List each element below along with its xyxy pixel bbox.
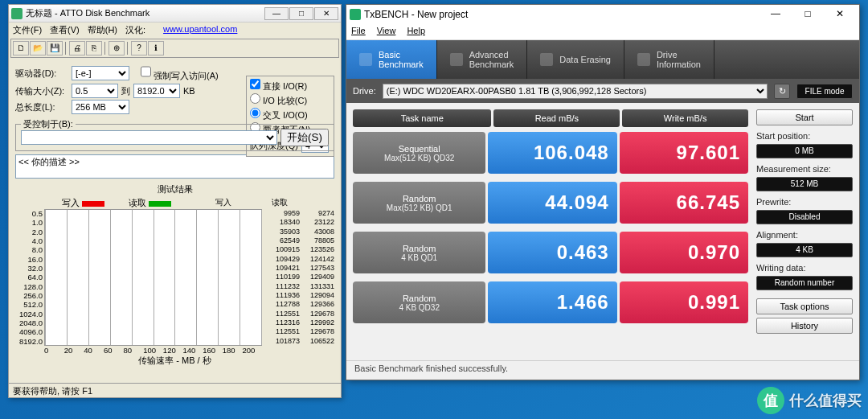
task-options-button[interactable]: Task options (756, 298, 853, 314)
xfer-size-label: 传输大小(Z): (15, 85, 68, 97)
task-name: RandomMax(512 KB) QD1 (353, 182, 485, 224)
col-read: Read mB/s (493, 109, 620, 127)
result-row: Random4 KB QD321.4660.991 (353, 281, 748, 323)
tb-help-icon[interactable]: ? (131, 41, 147, 55)
erase-icon (540, 53, 553, 66)
force-write-checkbox[interactable] (141, 64, 151, 79)
watermark-text: 什么值得买 (789, 391, 862, 410)
drive-label: Drive: (353, 86, 376, 96)
tab-drive-information[interactable]: Drive Information (624, 40, 714, 79)
tx-statusbar: Basic Benchmark finished successfully. (346, 360, 859, 378)
txbench-window: TxBENCH - New project — □ ✕ File View He… (346, 4, 860, 380)
tb-new-icon[interactable]: 🗋 (13, 41, 29, 55)
prewrite-label: Prewrite: (756, 197, 853, 207)
read-value: 44.094 (488, 182, 616, 224)
controlled-label: 受控制于(B): (21, 118, 76, 130)
tx-min-button[interactable]: — (760, 6, 792, 23)
tx-close-button[interactable]: ✕ (824, 6, 856, 23)
start-button[interactable]: Start (756, 109, 853, 125)
task-name: Random4 KB QD1 (353, 232, 485, 273)
tb-start-icon[interactable]: ⊕ (108, 41, 125, 55)
drive-select[interactable]: [-e-] (72, 66, 129, 80)
write-value: 66.745 (620, 182, 748, 224)
menu-file[interactable]: 文件(F) (13, 24, 42, 35)
atto-toolbar: 🗋 📂 💾 🖨 ⎘ ⊕ ? ℹ (10, 39, 339, 58)
tx-side-panel: Start Start position: 0 MB Measurement s… (756, 109, 853, 354)
atto-titlebar[interactable]: 无标题 - ATTO Disk Benchmark — □ ✕ (9, 5, 341, 23)
results-title: 测试结果 (15, 183, 334, 195)
xaxis-label: 传输速率 - MB / 秒 (15, 355, 334, 367)
hanhua-link[interactable]: www.upantool.com (163, 24, 237, 35)
task-name: SequentialMax(512 KB) QD32 (353, 132, 485, 174)
align-value[interactable]: 4 KB (756, 243, 853, 257)
legend-read: 读取 (129, 197, 171, 209)
meas-value[interactable]: 512 MB (756, 177, 853, 191)
overlap-io-radio[interactable] (250, 108, 260, 118)
tx-menu-help[interactable]: Help (407, 26, 425, 38)
disk-icon (637, 53, 650, 66)
gauge-icon (359, 53, 372, 66)
col-task: Task name (353, 109, 491, 127)
tx-menu-file[interactable]: File (351, 26, 366, 38)
watermark-badge: 值 (757, 387, 784, 414)
drive-select[interactable]: (E:) WDC WD20EARX-00PASB0 1.81 TB (3,906… (383, 84, 768, 99)
write-value: 97.601 (620, 132, 748, 174)
result-row: SequentialMax(512 KB) QD32106.04897.601 (353, 132, 748, 174)
tb-print-icon[interactable]: 🖨 (69, 41, 85, 55)
maximize-button[interactable]: □ (289, 7, 313, 20)
hanhua-label: 汉化: (125, 24, 145, 35)
start-button[interactable]: 开始(S) (280, 129, 329, 146)
task-name: Random4 KB QD32 (353, 281, 485, 323)
read-value: 0.463 (488, 232, 616, 273)
chart-icon (450, 53, 463, 66)
io-compare-radio[interactable] (250, 93, 260, 104)
file-mode-button[interactable]: FILE mode (796, 84, 853, 99)
controlled-select[interactable] (21, 130, 277, 145)
read-value: 1.466 (488, 281, 616, 323)
tx-results-table: Task name Read mB/s Write mB/s Sequentia… (353, 109, 748, 354)
tb-save-icon[interactable]: 💾 (47, 41, 63, 55)
tx-menubar: File View Help (346, 24, 859, 40)
atto-app-icon (11, 8, 23, 19)
atto-menubar: 文件(F) 查看(V) 帮助(H) 汉化: www.upantool.com (9, 23, 341, 37)
atto-title-text: 无标题 - ATTO Disk Benchmark (26, 7, 264, 19)
drive-label: 驱动器(D): (15, 68, 68, 80)
tb-open-icon[interactable]: 📂 (30, 41, 46, 55)
tb-about-icon[interactable]: ℹ (148, 41, 164, 55)
tx-titlebar[interactable]: TxBENCH - New project — □ ✕ (346, 5, 859, 24)
tx-title-text: TxBENCH - New project (364, 9, 760, 20)
direct-io-checkbox[interactable] (250, 79, 260, 89)
tab-basic-benchmark[interactable]: Basic Benchmark (346, 40, 437, 79)
atto-window: 无标题 - ATTO Disk Benchmark — □ ✕ 文件(F) 查看… (8, 4, 342, 398)
tx-max-button[interactable]: □ (792, 6, 824, 23)
tx-tabs: Basic Benchmark Advanced Benchmark Data … (346, 40, 859, 79)
refresh-button[interactable]: ↻ (774, 84, 790, 99)
result-row: Random4 KB QD10.4630.970 (353, 232, 748, 273)
wdata-label: Writing data: (756, 263, 853, 273)
xfer-to-select[interactable]: 8192.0 (133, 84, 180, 98)
tb-copy-icon[interactable]: ⎘ (86, 41, 102, 55)
total-len-label: 总长度(L): (15, 101, 68, 113)
atto-statusbar: 要获得帮助, 请按 F1 (9, 383, 341, 397)
menu-view[interactable]: 查看(V) (50, 24, 80, 35)
tab-advanced-benchmark[interactable]: Advanced Benchmark (437, 40, 528, 79)
minimize-button[interactable]: — (264, 7, 289, 20)
meas-label: Measurement size: (756, 164, 853, 174)
total-len-select[interactable]: 256 MB (72, 100, 129, 114)
history-button[interactable]: History (756, 318, 853, 334)
description-box[interactable]: << 你的描述 >> (15, 154, 334, 179)
close-button[interactable]: ✕ (314, 7, 338, 20)
force-label: 强制写入访问(A) (154, 71, 219, 80)
startpos-label: Start position: (756, 131, 853, 141)
watermark: 值 什么值得买 (757, 387, 862, 414)
wdata-value[interactable]: Random number (756, 276, 853, 290)
tx-menu-view[interactable]: View (377, 26, 396, 38)
startpos-value[interactable]: 0 MB (756, 144, 853, 158)
prewrite-value[interactable]: Disabled (756, 210, 853, 224)
write-value: 0.991 (620, 281, 748, 323)
legend-write: 写入 (62, 197, 104, 209)
menu-help[interactable]: 帮助(H) (88, 24, 117, 35)
result-row: RandomMax(512 KB) QD144.09466.745 (353, 182, 748, 224)
xfer-from-select[interactable]: 0.5 (72, 84, 118, 98)
tab-data-erasing[interactable]: Data Erasing (527, 40, 624, 79)
